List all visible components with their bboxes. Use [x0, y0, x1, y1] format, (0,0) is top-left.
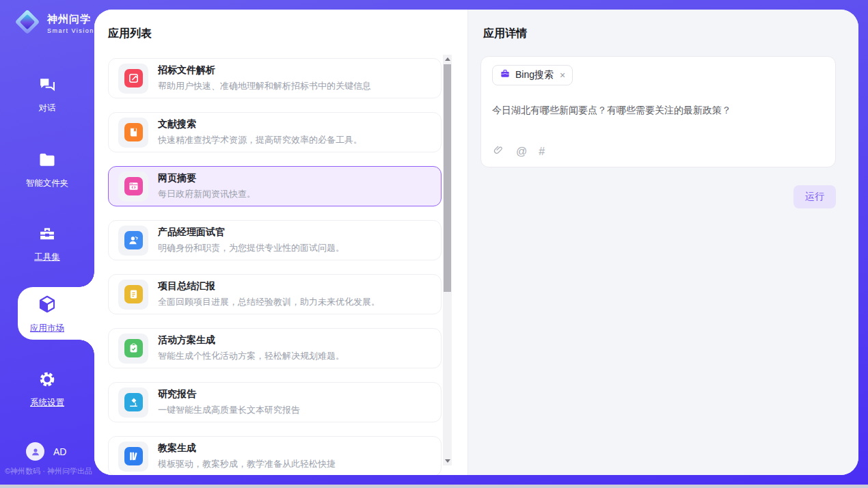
app-card-lesson-plan[interactable]: 教案生成 模板驱动，教案秒成，教学准备从此轻松快捷	[108, 436, 442, 475]
app-card-list: 招标文件解析 帮助用户快速、准确地理解和解析招标书中的关键信息 文献搜索 快速精…	[108, 58, 442, 475]
copyright-footer: ©神州数码 · 神州问学出品	[5, 466, 92, 476]
folder-icon	[38, 150, 57, 172]
app-card-desc: 帮助用户快速、准确地理解和解析招标书中的关键信息	[158, 80, 371, 92]
app-card-desc: 每日政府新闻资讯快查。	[158, 188, 256, 200]
app-card-title: 研究报告	[158, 388, 300, 401]
app-card-title: 网页摘要	[158, 172, 256, 185]
app-card-event-plan[interactable]: 活动方案生成 智能生成个性化活动方案，轻松解决规划难题。	[108, 328, 442, 368]
clipboard-check-icon	[124, 339, 143, 357]
sidebar: 神州问学 Smart Vision 对话 智能文件夹 工具集	[0, 0, 94, 488]
chevron-up-icon	[445, 57, 450, 61]
sidebar-item-label: 工具集	[34, 252, 60, 263]
briefcase-icon	[500, 68, 511, 82]
app-card-title: 文献搜索	[158, 118, 362, 131]
interviewer-person-icon	[124, 231, 143, 249]
app-card-web-summary[interactable]: 网页摘要 每日政府新闻资讯快查。	[108, 166, 442, 206]
run-row: 运行	[480, 185, 836, 208]
app-card-title: 产品经理面试官	[158, 226, 344, 239]
app-card-desc: 快速精准查找学术资源，提高研究效率的必备工具。	[158, 134, 362, 146]
sidebar-item-label: 应用市场	[30, 323, 64, 334]
app-list-scrollbar[interactable]	[443, 55, 452, 465]
app-card-title: 项目总结汇报	[158, 280, 380, 293]
chevron-down-icon	[445, 459, 450, 463]
hashtag-icon[interactable]: #	[539, 146, 545, 158]
prompt-text[interactable]: 今日湖北有哪些新闻要点？有哪些需要关注的最新政策？	[492, 103, 824, 118]
app-card-desc: 一键智能生成高质量长文本研究报告	[158, 404, 300, 416]
app-detail-panel: 应用详情 Bing搜索 × 今日湖北有哪些新闻要点？有哪些需要关注的最新政策？	[467, 10, 858, 475]
app-card-project-summary[interactable]: 项目总结汇报 全面回顾项目进展，总结经验教训，助力未来优化发展。	[108, 274, 442, 314]
mention-at-icon[interactable]: @	[516, 146, 527, 158]
bottom-edge-strip	[0, 485, 868, 488]
sidebar-item-chat[interactable]: 对话	[0, 75, 94, 114]
microscope-icon	[124, 393, 143, 411]
book-icon	[124, 123, 143, 141]
app-card-desc: 智能生成个性化活动方案，轻松解决规划难题。	[158, 350, 344, 362]
sidebar-item-smart-folders[interactable]: 智能文件夹	[0, 150, 94, 189]
app-list-panel: 应用列表 招标文件解析 帮助用户快速、准确地理解和解析招标书中的关键信息	[94, 10, 467, 475]
books-icon	[124, 447, 143, 465]
close-icon[interactable]: ×	[560, 70, 565, 80]
sidebar-item-settings[interactable]: 系统设置	[0, 370, 94, 409]
user-initials: AD	[53, 446, 66, 457]
user-account[interactable]: AD	[26, 442, 66, 461]
app-card-title: 活动方案生成	[158, 334, 344, 347]
brand-subtitle: Smart Vision	[47, 27, 94, 34]
scrollbar-thumb[interactable]	[444, 64, 451, 292]
scroll-up-button[interactable]	[443, 55, 452, 64]
browser-code-icon	[124, 177, 143, 195]
sidebar-item-toolset[interactable]: 工具集	[0, 224, 94, 263]
app-logo: 神州问学 Smart Vision	[12, 7, 94, 40]
run-button[interactable]: 运行	[794, 185, 836, 208]
prompt-input-box[interactable]: Bing搜索 × 今日湖北有哪些新闻要点？有哪些需要关注的最新政策？ @ #	[480, 56, 836, 167]
app-list-title: 应用列表	[108, 27, 152, 41]
chat-bubbles-icon	[38, 75, 57, 97]
tool-chip-bing-search[interactable]: Bing搜索 ×	[492, 65, 573, 85]
app-card-desc: 全面回顾项目进展，总结经验教训，助力未来优化发展。	[158, 296, 380, 308]
app-card-literature-search[interactable]: 文献搜索 快速精准查找学术资源，提高研究效率的必备工具。	[108, 112, 442, 152]
app-card-bid-parse[interactable]: 招标文件解析 帮助用户快速、准确地理解和解析招标书中的关键信息	[108, 58, 442, 98]
edit-pen-icon	[124, 69, 143, 87]
app-card-title: 教案生成	[158, 442, 336, 455]
tool-chip-label: Bing搜索	[515, 69, 554, 81]
main-content: 应用列表 招标文件解析 帮助用户快速、准确地理解和解析招标书中的关键信息	[94, 10, 858, 475]
app-card-desc: 模板驱动，教案秒成，教学准备从此轻松快捷	[158, 458, 336, 470]
person-avatar-icon	[26, 442, 44, 461]
gear-icon	[38, 370, 57, 392]
app-detail-title: 应用详情	[483, 27, 527, 41]
scroll-down-button[interactable]	[443, 457, 452, 465]
app-card-title: 招标文件解析	[158, 64, 371, 77]
document-icon	[124, 285, 143, 303]
sidebar-item-label: 智能文件夹	[26, 178, 69, 189]
paperclip-icon[interactable]	[493, 144, 504, 159]
sidebar-item-label: 对话	[39, 103, 56, 114]
sidebar-item-label: 系统设置	[30, 397, 64, 409]
diamond-gem-icon	[12, 7, 42, 40]
attachment-toolbar: @ #	[493, 144, 545, 159]
brand-name: 神州问学	[47, 13, 94, 26]
sidebar-item-app-market[interactable]: 应用市场	[0, 294, 94, 334]
app-card-desc: 明确身份和职责，为您提供专业性的面试问题。	[158, 242, 344, 254]
toolbox-icon	[38, 224, 57, 246]
app-card-research-report[interactable]: 研究报告 一键智能生成高质量长文本研究报告	[108, 382, 442, 422]
cube-icon	[37, 294, 57, 317]
app-card-pm-interviewer[interactable]: 产品经理面试官 明确身份和职责，为您提供专业性的面试问题。	[108, 220, 442, 260]
